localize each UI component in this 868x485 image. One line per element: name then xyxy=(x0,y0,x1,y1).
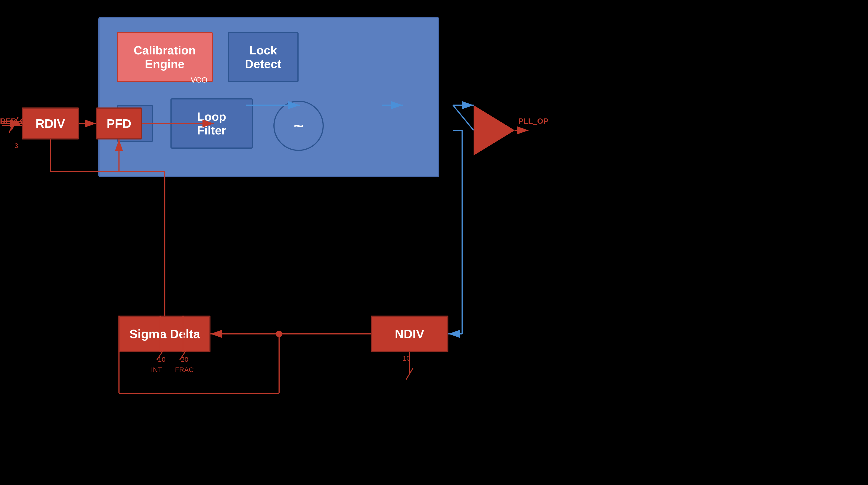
ref-clk-text: REF_CLK xyxy=(0,117,36,125)
bus-10-ndiv-label: 10 xyxy=(403,354,410,362)
sigma-delta-block: Sigma Delta xyxy=(119,316,211,352)
vco-text: VCO xyxy=(191,75,208,84)
frac-text: FRAC xyxy=(175,366,194,374)
bus-10-ndiv-text: 10 xyxy=(403,354,410,362)
calibration-engine-label: Calibration Engine xyxy=(134,43,196,71)
bus-3-text: 3 xyxy=(14,142,18,149)
int-text: INT xyxy=(151,366,162,374)
svg-line-33 xyxy=(406,368,413,380)
sigma-delta-label: Sigma Delta xyxy=(129,327,200,341)
pfd-label: PFD xyxy=(106,117,131,131)
svg-point-19 xyxy=(276,331,282,337)
output-amplifier xyxy=(473,105,515,156)
ndiv-label: NDIV xyxy=(395,327,424,341)
lock-detect-label: Lock Detect xyxy=(245,43,281,71)
vco-block: ~ xyxy=(273,101,324,151)
rdiv-label: RDIV xyxy=(35,117,65,131)
bus-3-label: 3 xyxy=(14,142,18,150)
lock-detect-block: Lock Detect xyxy=(228,32,299,82)
pll-core-container: Calibration Engine Lock Detect CP Loop F… xyxy=(98,17,439,177)
bus-10-int-label: 10 xyxy=(158,356,165,363)
vco-top-label: VCO xyxy=(174,75,224,85)
svg-line-12 xyxy=(453,105,473,130)
int-label: INT xyxy=(151,366,162,374)
calibration-engine-block: Calibration Engine xyxy=(117,32,213,82)
loop-filter-block: Loop Filter xyxy=(170,98,253,149)
bus-20-frac-label: 20 xyxy=(181,356,188,363)
bus-10-int-text: 10 xyxy=(158,356,165,363)
frac-label: FRAC xyxy=(175,366,194,374)
pfd-block: PFD xyxy=(96,107,142,139)
vco-tilde-label: ~ xyxy=(294,118,303,134)
pll-op-text: PLL_OP xyxy=(518,117,548,125)
loop-filter-label: Loop Filter xyxy=(197,110,226,137)
pll-op-label: PLL_OP xyxy=(518,117,548,126)
ndiv-block: NDIV xyxy=(371,316,448,352)
bus-20-frac-text: 20 xyxy=(181,356,188,363)
ref-clk-label: REF_CLK xyxy=(0,117,36,126)
